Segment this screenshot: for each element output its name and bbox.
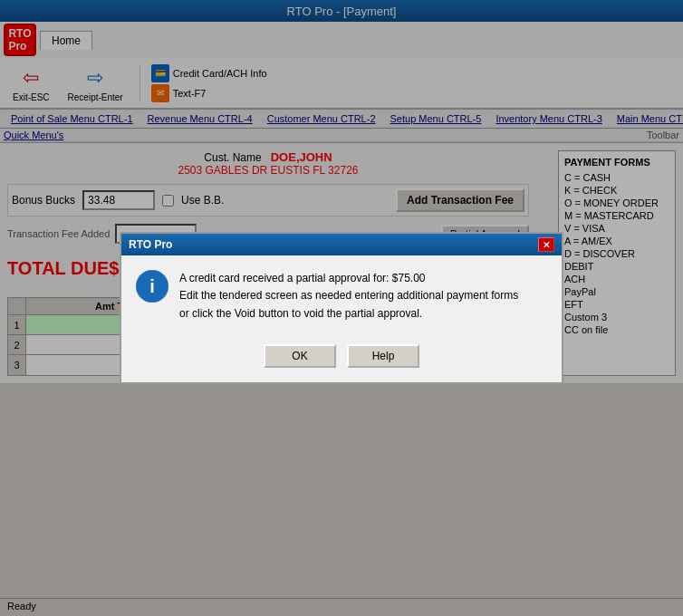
modal-body: i A credit card received a partial appro… — [121, 255, 562, 337]
modal-message: A credit card received a partial approva… — [179, 270, 518, 322]
modal-overlay: RTO Pro ✕ i A credit card received a par… — [0, 0, 683, 616]
modal-title: RTO Pro — [129, 238, 172, 251]
modal-dialog: RTO Pro ✕ i A credit card received a par… — [120, 232, 563, 384]
modal-titlebar: RTO Pro ✕ — [121, 234, 562, 255]
help-button[interactable]: Help — [347, 344, 419, 368]
modal-footer: OK Help — [121, 337, 562, 382]
modal-line1: A credit card received a partial approva… — [179, 272, 426, 284]
modal-line3: or click the Void button to void the par… — [179, 307, 422, 320]
modal-info-icon: i — [136, 270, 168, 303]
modal-close-button[interactable]: ✕ — [538, 237, 554, 252]
ok-button[interactable]: OK — [264, 344, 336, 368]
modal-line2: Edit the tendered screen as needed enter… — [179, 289, 518, 302]
